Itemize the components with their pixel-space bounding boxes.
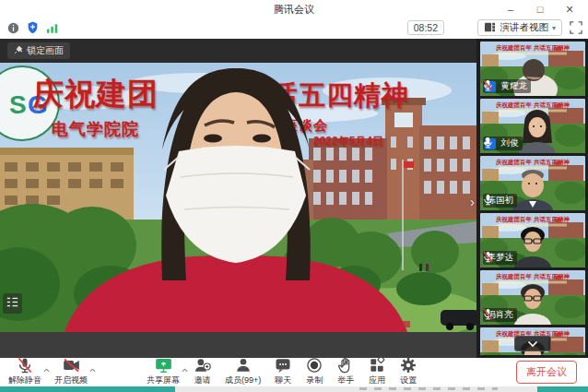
titlebar: 腾讯会议 – □ ✕ xyxy=(0,0,588,18)
participant-name: 黄耀龙 xyxy=(501,80,528,92)
participants-sidebar: 庆祝建团百年 共话五四精神 黄耀龙 庆祝建团百年 共话五四精神 刘俊 xyxy=(476,39,588,358)
participant-thumbnail-2[interactable]: 庆祝建团百年 共话五四精神 刘俊 xyxy=(480,99,585,153)
participant-name-chip: 刘俊 xyxy=(483,137,523,150)
view-mode-label: 演讲者视图 xyxy=(500,21,548,34)
banner-line2-left: 电气学院院 xyxy=(52,118,139,140)
shield-icon[interactable] xyxy=(27,21,39,38)
background-window-strip xyxy=(0,386,588,392)
participant-name-chip: 李梦达 xyxy=(483,251,518,265)
toolbar-mic-off-button[interactable]: 解除静音 xyxy=(2,358,48,386)
info-icon[interactable] xyxy=(7,21,19,38)
participant-name-chip: 冯肖亮 xyxy=(483,308,518,322)
pin-view-label: 锁定画面 xyxy=(27,44,64,57)
speaker-video[interactable]: 锁定画面 xyxy=(0,39,476,332)
pin-view-button[interactable]: 锁定画面 xyxy=(7,42,70,59)
participant-name: 刘俊 xyxy=(501,137,519,149)
status-row: 08:52 演讲者视图 ▾ xyxy=(0,18,588,39)
participant-thumbnail-3[interactable]: 庆祝建团百年 共话五四精神 陈国初 xyxy=(480,156,585,210)
pin-icon xyxy=(14,45,23,56)
chevron-up-icon[interactable] xyxy=(88,361,97,377)
leave-meeting-button[interactable]: 离开会议 xyxy=(516,361,577,384)
mic-off-icon xyxy=(16,359,34,374)
toolbar-item-label: 举手 xyxy=(337,374,354,386)
toolbar-item-label: 开启视频 xyxy=(54,374,88,386)
invite-icon xyxy=(193,359,212,374)
toolbar-item-label: 共享屏幕 xyxy=(147,374,180,386)
meeting-timer: 08:52 xyxy=(407,20,444,35)
toolbar-item-label: 设置 xyxy=(400,374,417,386)
scroll-down-button[interactable] xyxy=(514,336,551,351)
minimize-button[interactable]: – xyxy=(496,0,525,18)
participant-thumbnail-5[interactable]: 庆祝建团百年 共话五四精神 冯肖亮 xyxy=(480,270,585,325)
chat-icon xyxy=(274,359,292,374)
fullscreen-icon[interactable] xyxy=(570,21,582,38)
gear-icon xyxy=(399,359,417,374)
toolbar-item-label: 聊天 xyxy=(275,374,291,386)
toolbar-item-label: 应用 xyxy=(369,374,385,386)
toolbar-invite-button[interactable]: 邀请 xyxy=(186,358,218,386)
toolbar-item-label: 录制 xyxy=(306,374,323,386)
toolbar-item-label: 解除静音 xyxy=(8,374,41,386)
list-icon[interactable] xyxy=(3,293,22,314)
meeting-window: 腾讯会议 – □ ✕ 08:52 演讲者视图 ▾ xyxy=(0,0,588,392)
chevron-right-icon[interactable]: › xyxy=(470,194,475,209)
participant-name-chip: 黄耀龙 xyxy=(483,79,532,93)
participant-thumbnail-1[interactable]: 庆祝建团百年 共话五四精神 黄耀龙 xyxy=(480,42,585,96)
screenshare-icon xyxy=(154,359,173,374)
toolbar-item-label: 邀请 xyxy=(194,374,211,386)
banner-line1-left: 庆祝建团 xyxy=(33,74,159,115)
toolbar-record-button[interactable]: 录制 xyxy=(299,358,330,386)
thumb-banner-text: 庆祝建团百年 共话五四精神 xyxy=(495,159,570,166)
thumb-banner-text: 庆祝建团百年 共话五四精神 xyxy=(495,101,570,109)
banner-line1-right: 话五四精神 xyxy=(271,77,409,114)
view-mode-selector[interactable]: 演讲者视图 ▾ xyxy=(477,19,562,36)
participant-name-chip: 陈国初 xyxy=(483,194,518,208)
camera-off-icon xyxy=(62,359,81,374)
toolbar-apps-button[interactable]: 应用 xyxy=(361,358,393,386)
logo-letter-s: S xyxy=(9,90,27,119)
members-icon xyxy=(234,359,253,374)
banner-line2-right: 面座谈会 xyxy=(269,117,328,135)
participant-thumbnail-4[interactable]: 庆祝建团百年 共话五四精神 李梦达 xyxy=(480,213,585,267)
thumb-banner-text: 庆祝建团百年 共话五四精神 xyxy=(495,216,570,223)
toolbar-item-label: 成员(99+) xyxy=(225,374,261,386)
toolbar-chat-button[interactable]: 聊天 xyxy=(267,358,299,386)
banner-date: 2022年5月4日 xyxy=(313,134,383,149)
hand-icon xyxy=(336,359,355,374)
layout-icon xyxy=(484,22,496,34)
toolbar-screenshare-button[interactable]: 共享屏幕 xyxy=(140,358,186,386)
video-top-bar: 锁定画面 xyxy=(0,39,476,63)
thumb-banner-text: 庆祝建团百年 共话五四精神 xyxy=(495,273,570,280)
close-button[interactable]: ✕ xyxy=(555,0,584,18)
signal-icon[interactable] xyxy=(46,21,59,38)
apps-icon xyxy=(368,359,386,374)
toolbar-hand-button[interactable]: 举手 xyxy=(330,358,361,386)
maximize-button[interactable]: □ xyxy=(525,0,555,18)
bottom-toolbar: 解除静音 开启视频 共享屏幕 邀请 成员(99+) 聊天 录制 举手 应用 设置… xyxy=(0,358,588,386)
toolbar-camera-off-button[interactable]: 开启视频 xyxy=(48,358,94,386)
toolbar-members-button[interactable]: 成员(99+) xyxy=(218,358,267,386)
chevron-down-icon: ▾ xyxy=(552,24,556,32)
under-video-strip xyxy=(0,332,476,358)
toolbar-gear-button[interactable]: 设置 xyxy=(393,358,424,386)
thumb-banner-text: 庆祝建团百年 共话五四精神 xyxy=(495,44,570,52)
record-icon xyxy=(305,359,323,374)
window-controls: – □ ✕ xyxy=(496,0,584,18)
